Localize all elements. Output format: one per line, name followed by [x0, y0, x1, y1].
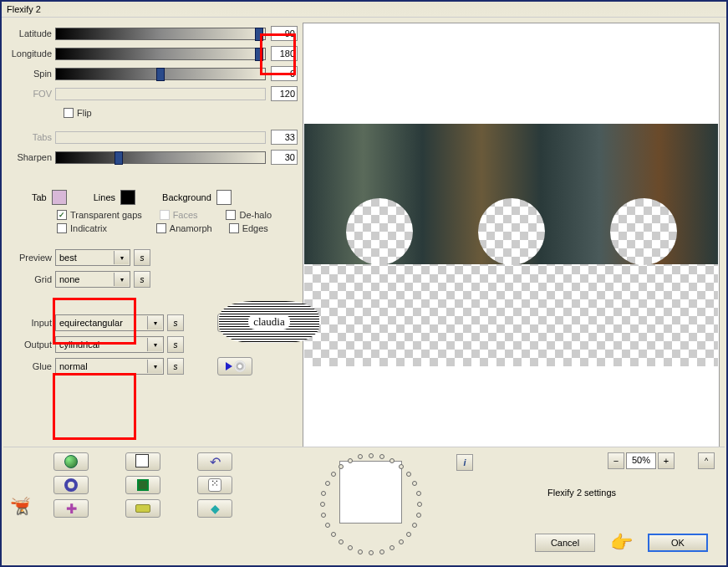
watermark: claudia	[219, 301, 319, 343]
navball-dot[interactable]	[348, 545, 353, 550]
cross-button[interactable]: ✚	[53, 499, 89, 518]
navball-dot[interactable]	[331, 472, 336, 477]
latitude-value[interactable]	[271, 26, 298, 41]
sharpen-slider[interactable]	[55, 151, 266, 164]
glue-s-button[interactable]: s	[167, 358, 184, 375]
navball-dot[interactable]	[320, 502, 325, 507]
input-value: equirectangular	[59, 318, 123, 328]
longitude-slider[interactable]	[55, 48, 266, 60]
latitude-thumb[interactable]	[255, 28, 263, 41]
navball-dot[interactable]	[389, 458, 395, 463]
navball[interactable]	[321, 454, 421, 554]
navball-dot[interactable]	[321, 491, 326, 496]
edges-label: Edges	[242, 223, 268, 233]
navball-dot[interactable]	[412, 523, 417, 528]
lines-color-swatch[interactable]	[120, 190, 135, 205]
navball-dot[interactable]	[369, 453, 374, 458]
navball-dot[interactable]	[358, 549, 363, 554]
navball-dot[interactable]	[416, 513, 421, 518]
navball-dot[interactable]	[379, 549, 384, 554]
navball-dot[interactable]	[348, 458, 353, 463]
navball-dot[interactable]	[369, 550, 374, 555]
output-s-button[interactable]: s	[167, 336, 184, 353]
dice-button[interactable]	[197, 476, 232, 494]
brick-button[interactable]	[125, 499, 160, 518]
zoom-in-button[interactable]: +	[658, 452, 675, 469]
faces-checkbox	[160, 210, 170, 220]
input-s-button[interactable]: s	[167, 314, 184, 331]
navball-dot[interactable]	[325, 523, 330, 528]
preview-select[interactable]: best▾	[55, 249, 130, 266]
gem-button[interactable]: ◆	[197, 499, 232, 518]
sharpen-thumb[interactable]	[115, 151, 123, 165]
undo-icon	[210, 454, 221, 470]
glue-select[interactable]: normal▾	[55, 358, 164, 375]
background-color-swatch[interactable]	[216, 190, 232, 205]
spin-slider[interactable]	[55, 68, 266, 80]
spin-value[interactable]	[271, 66, 298, 81]
glue-label: Glue	[7, 361, 55, 371]
tabs-value[interactable]	[271, 130, 298, 145]
square-icon	[137, 479, 149, 491]
longitude-value[interactable]	[271, 46, 298, 61]
ring-button[interactable]	[53, 476, 89, 494]
transparent-gaps-checkbox[interactable]	[57, 210, 67, 220]
navball-dot[interactable]	[331, 532, 336, 537]
navball-dot[interactable]	[399, 539, 404, 544]
preview-s-button[interactable]: s	[134, 249, 150, 266]
indicatrix-checkbox[interactable]	[57, 223, 67, 233]
chevron-down-icon: ▾	[114, 251, 129, 264]
navball-dot[interactable]	[389, 545, 395, 550]
edges-checkbox[interactable]	[229, 223, 239, 233]
output-select[interactable]: cylindrical▾	[55, 336, 164, 353]
info-button[interactable]: i	[456, 454, 473, 471]
input-select[interactable]: equirectangular▾	[55, 314, 164, 331]
navball-dot[interactable]	[339, 539, 344, 544]
navball-dot[interactable]	[339, 464, 344, 469]
globe-button[interactable]	[53, 452, 89, 471]
navball-dot[interactable]	[325, 481, 330, 486]
copy-button[interactable]	[125, 452, 160, 471]
navball-dot[interactable]	[358, 454, 363, 459]
dehalo-checkbox[interactable]	[226, 210, 236, 220]
zoom-value[interactable]: 50%	[626, 452, 656, 469]
pot-icon[interactable]: 🫕	[10, 496, 31, 516]
tab-color-swatch[interactable]	[52, 190, 67, 205]
navball-dot[interactable]	[379, 454, 384, 459]
grid-s-button[interactable]: s	[134, 271, 150, 288]
square-button[interactable]	[125, 476, 160, 494]
ok-button[interactable]: OK	[648, 534, 708, 552]
grid-select[interactable]: none▾	[55, 271, 130, 288]
anamorph-label: Anamorph	[170, 223, 212, 233]
navball-center[interactable]	[339, 461, 402, 524]
flip-label: Flip	[77, 108, 92, 118]
sharpen-value[interactable]	[271, 150, 298, 165]
tabs-label: Tabs	[7, 132, 55, 142]
preview-image[interactable]	[304, 124, 718, 366]
play-disc-button[interactable]	[217, 357, 252, 375]
navball-dot[interactable]	[406, 472, 411, 477]
spin-thumb[interactable]	[156, 68, 165, 81]
dice-icon	[208, 478, 221, 492]
zoom-out-button[interactable]: −	[608, 452, 624, 469]
tabs-slider	[55, 131, 266, 144]
navball-dot[interactable]	[321, 513, 326, 518]
navball-dot[interactable]	[417, 502, 422, 507]
navball-dot[interactable]	[406, 532, 411, 537]
flip-checkbox[interactable]	[64, 108, 74, 118]
longitude-thumb[interactable]	[255, 48, 263, 61]
expand-button[interactable]: ^	[698, 452, 715, 469]
fov-value[interactable]	[271, 86, 298, 101]
navball-dot[interactable]	[399, 464, 404, 469]
cross-icon: ✚	[66, 501, 77, 517]
navball-dot[interactable]	[416, 491, 421, 496]
latitude-slider[interactable]	[55, 28, 266, 40]
anamorph-checkbox[interactable]	[156, 223, 166, 233]
controls-panel: Latitude Longitude Spin FOV Fl	[2, 18, 303, 452]
faces-label: Faces	[173, 210, 198, 220]
latitude-label: Latitude	[7, 28, 55, 38]
cancel-button[interactable]: Cancel	[535, 534, 595, 552]
navball-dot[interactable]	[412, 481, 417, 486]
undo-button[interactable]	[197, 452, 232, 471]
brick-icon	[135, 504, 150, 513]
